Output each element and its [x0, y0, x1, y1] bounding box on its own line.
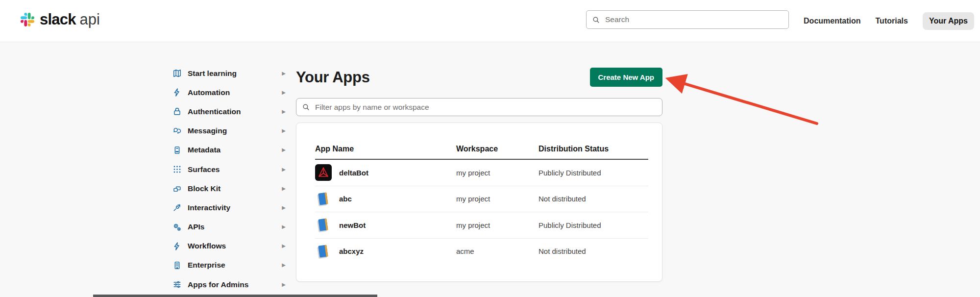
sidebar-item-label: Apps for Admins: [188, 280, 248, 289]
sidebar-item-label: Enterprise: [188, 261, 225, 270]
chevron-right-icon: ▶: [282, 148, 287, 152]
column-header-workspace: Workspace: [456, 145, 539, 159]
nav-link-tutorials[interactable]: Tutorials: [876, 17, 908, 25]
page-title: Your Apps: [296, 69, 370, 86]
distribution-status-cell: Not distributed: [539, 247, 648, 255]
search-icon: [592, 16, 600, 24]
sidebar-item-label: Workflows: [188, 242, 226, 250]
sidebar-item-label: Start learning: [188, 69, 237, 78]
sidebar-item-label: Metadata: [188, 146, 220, 154]
chevron-right-icon: ▶: [282, 282, 287, 287]
deltabot-app-icon: [315, 164, 332, 181]
map-icon: [172, 69, 182, 78]
sidebar-item-label: Messaging: [188, 126, 227, 135]
sidebar-item-workflows[interactable]: Workflows▶: [172, 237, 287, 256]
sidebar-item-start-learning[interactable]: Start learning▶: [172, 64, 287, 83]
apps-table-header: App NameWorkspaceDistribution Status: [315, 123, 648, 160]
annotation-arrow: [652, 70, 828, 131]
app-name: abcxyz: [339, 247, 364, 255]
chevron-right-icon: ▶: [282, 186, 287, 191]
lightning-icon: [172, 242, 182, 251]
plug-icon: [172, 203, 182, 212]
sidebar-item-apps-for-admins[interactable]: Apps for Admins▶: [172, 275, 287, 294]
app-name-cell: abcxyz: [315, 243, 456, 260]
column-header-app-name: App Name: [315, 145, 456, 159]
default-app-icon: [315, 191, 332, 207]
default-app-icon: [315, 243, 332, 260]
search-icon: [302, 103, 310, 111]
chat-bubbles-icon: [172, 126, 182, 136]
app-name: newBot: [339, 221, 366, 229]
chevron-right-icon: ▶: [282, 263, 287, 268]
distribution-status-cell: Publicly Distributed: [539, 221, 648, 229]
sidebar-item-apis[interactable]: APIs▶: [172, 218, 287, 237]
column-header-distribution-status: Distribution Status: [539, 145, 648, 159]
sidebar-item-label: Automation: [188, 88, 230, 97]
global-search-box[interactable]: [586, 10, 789, 29]
chevron-right-icon: ▶: [282, 128, 287, 133]
chevron-right-icon: ▶: [282, 167, 287, 172]
top-navigation: DocumentationTutorialsYour Apps: [804, 0, 974, 42]
nav-link-your-apps[interactable]: Your Apps: [923, 12, 974, 30]
gears-icon: [172, 223, 182, 232]
workspace-cell: my project: [456, 169, 539, 177]
chevron-right-icon: ▶: [282, 244, 287, 248]
create-new-app-button[interactable]: Create New App: [590, 68, 662, 87]
top-header: slack api DocumentationTutorialsYour App…: [0, 0, 980, 42]
apps-table-body: deltaBotmy projectPublicly Distributedab…: [296, 160, 662, 264]
app-name-cell: deltaBot: [315, 164, 456, 181]
lightning-icon: [172, 88, 182, 97]
building-icon: [172, 261, 182, 270]
slack-logo-icon: [21, 13, 34, 26]
chevron-right-icon: ▶: [282, 109, 287, 114]
search-input[interactable]: [604, 15, 783, 25]
docs-sidebar: Start learning▶Automation▶Authentication…: [172, 64, 287, 294]
lock-icon: [172, 107, 182, 116]
workspace-cell: my project: [456, 221, 539, 229]
sidebar-item-authentication[interactable]: Authentication▶: [172, 102, 287, 121]
workspace-cell: acme: [456, 247, 539, 255]
bottom-edge-bar: [93, 295, 377, 297]
grid-dots-icon: [172, 165, 182, 174]
sidebar-item-label: Interactivity: [188, 203, 230, 212]
chevron-right-icon: ▶: [282, 71, 287, 76]
filter-apps-input[interactable]: [314, 102, 657, 112]
workspace-cell: my project: [456, 195, 539, 203]
table-row[interactable]: abcxyzacmeNot distributed: [315, 239, 648, 265]
sidebar-item-automation[interactable]: Automation▶: [172, 83, 287, 102]
blocks-icon: [172, 184, 182, 193]
logo-brand-text: slack: [40, 11, 76, 28]
page: slack api DocumentationTutorialsYour App…: [0, 0, 980, 297]
sidebar-item-label: Surfaces: [188, 165, 220, 174]
app-name: deltaBot: [339, 169, 368, 177]
logo-suffix-text: api: [80, 11, 100, 28]
filter-apps-box[interactable]: [296, 98, 662, 116]
app-name: abc: [339, 195, 352, 203]
sidebar-item-metadata[interactable]: Metadata▶: [172, 141, 287, 160]
sidebar-item-label: APIs: [188, 223, 204, 231]
sidebar-item-messaging[interactable]: Messaging▶: [172, 122, 287, 141]
nav-link-documentation[interactable]: Documentation: [804, 17, 860, 25]
title-row: Your Apps Create New App: [296, 68, 662, 87]
sidebar-item-label: Authentication: [188, 107, 241, 116]
app-name-cell: abc: [315, 191, 456, 207]
table-row[interactable]: newBotmy projectPublicly Distributed: [315, 212, 648, 239]
chevron-right-icon: ▶: [282, 205, 287, 210]
sidebar-item-enterprise[interactable]: Enterprise▶: [172, 256, 287, 275]
apps-table-card: App NameWorkspaceDistribution Status del…: [296, 123, 662, 282]
sidebar-item-interactivity[interactable]: Interactivity▶: [172, 198, 287, 217]
slack-api-logo[interactable]: slack api: [21, 11, 100, 28]
tag-icon: [172, 146, 182, 155]
chevron-right-icon: ▶: [282, 90, 287, 95]
sliders-icon: [172, 280, 182, 289]
sidebar-item-label: Block Kit: [188, 184, 220, 193]
app-name-cell: newBot: [315, 217, 456, 233]
table-row[interactable]: abcmy projectNot distributed: [315, 186, 648, 213]
chevron-right-icon: ▶: [282, 224, 287, 229]
table-row[interactable]: deltaBotmy projectPublicly Distributed: [315, 160, 648, 186]
sidebar-item-surfaces[interactable]: Surfaces▶: [172, 160, 287, 179]
default-app-icon: [315, 217, 332, 233]
sidebar-item-block-kit[interactable]: Block Kit▶: [172, 179, 287, 198]
distribution-status-cell: Publicly Distributed: [539, 169, 648, 177]
distribution-status-cell: Not distributed: [539, 195, 648, 203]
